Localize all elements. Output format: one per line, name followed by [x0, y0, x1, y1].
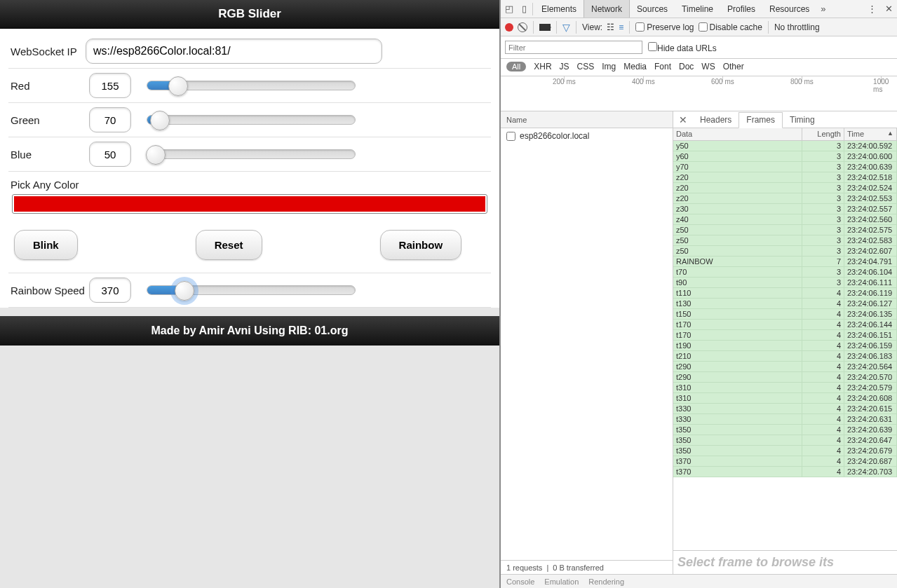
frame-row[interactable]: z40323:24:02.560 — [673, 214, 897, 225]
frame-row[interactable]: z20323:24:02.518 — [673, 172, 897, 183]
filter-input[interactable] — [505, 41, 642, 54]
filter-css[interactable]: CSS — [577, 62, 595, 71]
blue-slider-thumb[interactable] — [146, 145, 166, 165]
frame-row[interactable]: t190423:24:06.159 — [673, 341, 897, 351]
request-name: esp8266color.local — [520, 131, 589, 141]
filter-img[interactable]: Img — [602, 62, 616, 71]
filter-other[interactable]: Other — [723, 62, 744, 71]
close-detail-icon[interactable]: ✕ — [673, 114, 693, 125]
col-data[interactable]: Data — [673, 128, 802, 140]
green-slider[interactable] — [147, 115, 356, 125]
tab-resources[interactable]: Resources — [762, 0, 816, 18]
frame-row[interactable]: t150423:24:06.135 — [673, 309, 897, 320]
frame-row[interactable]: t370423:24:20.703 — [673, 467, 897, 477]
frame-row[interactable]: y70323:24:00.639 — [673, 162, 897, 172]
device-icon[interactable]: ▯ — [518, 4, 531, 14]
frame-row[interactable]: t110423:24:06.119 — [673, 288, 897, 299]
rainbow-speed-thumb[interactable] — [175, 281, 194, 301]
filter-font[interactable]: Font — [654, 62, 671, 71]
large-rows-icon[interactable]: ☷ — [607, 22, 614, 32]
disable-cache-checkbox[interactable]: Disable cache — [699, 22, 762, 32]
frame-row[interactable]: z50323:24:02.607 — [673, 246, 897, 257]
frame-row[interactable]: t70323:24:06.104 — [673, 267, 897, 278]
frame-row[interactable]: z50323:24:02.575 — [673, 225, 897, 235]
tab-headers[interactable]: Headers — [693, 111, 738, 128]
tab-network[interactable]: Network — [584, 0, 630, 18]
frame-row[interactable]: t130423:24:06.127 — [673, 299, 897, 309]
tab-timing[interactable]: Timing — [783, 111, 822, 128]
frame-row[interactable]: t290423:24:20.570 — [673, 372, 897, 383]
request-row[interactable]: esp8266color.local — [501, 128, 673, 144]
reset-button[interactable]: Reset — [196, 230, 262, 260]
filter-all[interactable]: All — [506, 62, 526, 71]
frame-row[interactable]: t170423:24:06.144 — [673, 320, 897, 330]
col-length[interactable]: Length — [802, 128, 844, 140]
more-tabs-icon[interactable]: » — [816, 4, 830, 14]
sort-arrow-icon: ▲ — [887, 130, 893, 137]
color-picker[interactable] — [13, 195, 487, 213]
red-value-input[interactable] — [89, 73, 131, 98]
rainbow-button[interactable]: Rainbow — [380, 230, 462, 260]
filter-media[interactable]: Media — [623, 62, 647, 71]
blue-value-input[interactable] — [89, 142, 131, 167]
inspect-icon[interactable]: ◰ — [501, 4, 518, 14]
record-icon[interactable] — [505, 23, 513, 32]
filter-xhr[interactable]: XHR — [534, 62, 551, 71]
frame-row[interactable]: t170423:24:06.151 — [673, 330, 897, 341]
waterfall-icon[interactable]: ≡ — [619, 22, 623, 32]
green-value-input[interactable] — [89, 107, 131, 132]
request-checkbox[interactable] — [506, 132, 515, 141]
col-time[interactable]: Time▲ — [844, 128, 897, 140]
filter-js[interactable]: JS — [560, 62, 569, 71]
hide-urls-checkbox[interactable]: Hide data URLs — [648, 42, 717, 53]
frame-row[interactable]: z20323:24:02.553 — [673, 193, 897, 204]
blue-slider[interactable] — [147, 149, 356, 159]
frame-row[interactable]: t350423:24:20.679 — [673, 446, 897, 456]
close-devtools-icon[interactable]: ✕ — [881, 4, 897, 14]
frame-row[interactable]: t90323:24:06.111 — [673, 278, 897, 288]
frame-row[interactable]: t210423:24:06.183 — [673, 351, 897, 362]
drawer-emulation[interactable]: Emulation — [544, 577, 579, 586]
frames-table-header: Data Length Time▲ — [673, 128, 897, 141]
frame-row[interactable]: y50323:24:00.592 — [673, 141, 897, 151]
green-slider-thumb[interactable] — [150, 111, 170, 130]
frame-row[interactable]: t290423:24:20.564 — [673, 362, 897, 372]
app-title: RGB Slider — [0, 0, 499, 29]
throttling-select[interactable]: No throttling — [774, 22, 820, 32]
red-slider-thumb[interactable] — [168, 76, 188, 96]
name-column-header[interactable]: Name — [501, 111, 673, 128]
frame-row[interactable]: t330423:24:20.631 — [673, 414, 897, 425]
frame-row[interactable]: y60323:24:00.600 — [673, 151, 897, 162]
kebab-menu-icon[interactable]: ⋮ — [863, 4, 881, 14]
drawer-console[interactable]: Console — [506, 577, 534, 586]
rainbow-speed-input[interactable] — [89, 278, 131, 303]
frame-row[interactable]: RAINBOW723:24:04.791 — [673, 257, 897, 267]
tab-sources[interactable]: Sources — [630, 0, 675, 18]
tab-frames[interactable]: Frames — [738, 112, 783, 128]
drawer-rendering[interactable]: Rendering — [588, 577, 624, 586]
filter-doc[interactable]: Doc — [679, 62, 694, 71]
frame-row[interactable]: z30323:24:02.557 — [673, 204, 897, 214]
frame-row[interactable]: t330423:24:20.615 — [673, 404, 897, 414]
frame-row[interactable]: z20323:24:02.524 — [673, 183, 897, 193]
filter-ws[interactable]: WS — [701, 62, 715, 71]
frame-row[interactable]: t370423:24:20.687 — [673, 456, 897, 467]
blink-button[interactable]: Blink — [14, 230, 78, 260]
clear-icon[interactable] — [518, 22, 527, 32]
frames-table[interactable]: y50323:24:00.592y60323:24:00.600y70323:2… — [673, 141, 897, 550]
red-slider[interactable] — [147, 81, 356, 90]
tab-profiles[interactable]: Profiles — [720, 0, 762, 18]
screenshot-icon[interactable] — [539, 24, 551, 31]
frame-row[interactable]: t350423:24:20.647 — [673, 435, 897, 446]
frame-row[interactable]: t310423:24:20.579 — [673, 383, 897, 393]
websocket-input[interactable] — [86, 39, 382, 64]
frame-row[interactable]: t310423:24:20.608 — [673, 393, 897, 404]
frame-row[interactable]: t350423:24:20.639 — [673, 425, 897, 435]
preserve-log-checkbox[interactable]: Preserve log — [635, 22, 694, 32]
tab-timeline[interactable]: Timeline — [675, 0, 720, 18]
filter-icon[interactable]: ▽ — [562, 22, 570, 33]
frame-row[interactable]: z50323:24:02.583 — [673, 235, 897, 246]
tab-elements[interactable]: Elements — [534, 0, 584, 18]
timeline-overview[interactable]: 200 ms 400 ms 600 ms 800 ms 1000 ms — [501, 76, 897, 111]
rainbow-speed-slider[interactable] — [147, 285, 356, 295]
